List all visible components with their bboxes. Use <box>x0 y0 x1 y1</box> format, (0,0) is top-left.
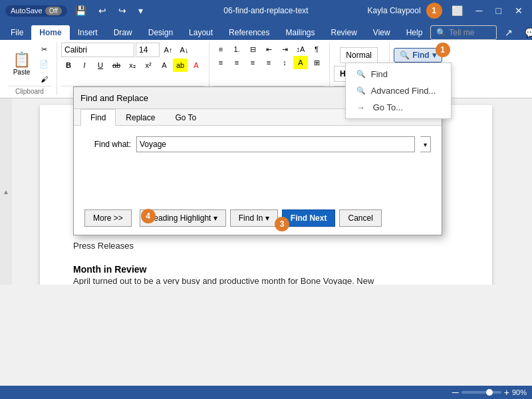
cancel-button[interactable]: Cancel <box>339 209 381 227</box>
tab-mailings[interactable]: Mailings <box>277 25 323 40</box>
paste-label: Paste <box>13 68 31 76</box>
font-size-input[interactable] <box>136 43 160 57</box>
paste-button[interactable]: 📋 Paste <box>8 50 35 78</box>
justify-btn[interactable]: ≡ <box>261 56 276 69</box>
tab-layout[interactable]: Layout <box>181 25 221 40</box>
tell-me-box[interactable]: 🔍 Tell me <box>430 25 497 40</box>
multilevel-button[interactable]: ⊟ <box>245 43 260 56</box>
para-row2: ≡ ≡ ≡ ≡ ↕ A ⊞ <box>213 56 324 69</box>
highlight-button[interactable]: ab <box>173 59 188 72</box>
strikethrough-button[interactable]: ab <box>109 59 124 72</box>
tab-help[interactable]: Help <box>398 25 431 40</box>
find-what-input[interactable] <box>136 136 415 152</box>
italic-button[interactable]: I <box>77 59 92 72</box>
tab-home[interactable]: Home <box>31 25 69 40</box>
numbering-button[interactable]: 1. <box>229 43 244 56</box>
zoom-slider[interactable] <box>462 391 501 394</box>
tab-file[interactable]: File <box>3 25 31 40</box>
para-row1: ≡ 1. ⊟ ⇤ ⇥ ↕A ¶ <box>213 43 324 56</box>
step-badge-3: 3 <box>275 217 289 231</box>
subscript-button[interactable]: x₂ <box>125 59 140 72</box>
more-button[interactable]: More >> <box>84 209 132 227</box>
find-menu-find-label: Find <box>371 69 388 79</box>
user-name: Kayla Claypool <box>368 6 421 15</box>
step-badge-4: 4 <box>141 209 156 223</box>
underline-button[interactable]: U <box>93 59 108 72</box>
clipboard-mini-buttons: ✂ 📄 🖌 <box>37 43 51 86</box>
ribbon-display-btn[interactable]: ⬜ <box>448 4 467 17</box>
find-next-button[interactable]: Find Next <box>282 209 336 227</box>
close-btn[interactable]: ✕ <box>511 4 527 17</box>
clipboard-group: 📋 Paste ✂ 📄 🖌 Clipboard <box>5 43 57 95</box>
redo-button[interactable]: ↪ <box>114 4 130 17</box>
bullets-button[interactable]: ≡ <box>213 43 228 56</box>
tab-review[interactable]: Review <box>323 25 365 40</box>
maximize-btn[interactable]: □ <box>492 4 505 17</box>
tab-insert[interactable]: Insert <box>70 25 106 40</box>
align-center-btn[interactable]: ≡ <box>229 56 244 69</box>
cut-button[interactable]: ✂ <box>37 43 51 57</box>
normal-style[interactable]: Normal <box>340 47 378 63</box>
dialog-tab-replace[interactable]: Replace <box>116 109 165 126</box>
superscript-button[interactable]: x² <box>141 59 156 72</box>
align-right-btn[interactable]: ≡ <box>245 56 260 69</box>
sort-button[interactable]: ↕A <box>293 43 308 56</box>
shading-btn[interactable]: A <box>293 56 308 69</box>
save-button[interactable]: 💾 <box>71 4 90 17</box>
find-menu-goto-label: Go To... <box>373 102 403 112</box>
find-menu-find[interactable]: 🔍 Find <box>346 66 451 82</box>
find-menu-advanced-label: Advanced Find... <box>371 86 436 96</box>
bold-button[interactable]: B <box>61 59 76 72</box>
find-what-row: Find what: ▾ <box>84 136 431 152</box>
tab-draw[interactable]: Draw <box>106 25 140 40</box>
increase-indent-btn[interactable]: ⇥ <box>277 43 292 56</box>
title-bar-left: AutoSave Off 💾 ↩ ↪ ▾ <box>5 4 147 17</box>
vertical-ruler: ▲ <box>0 98 12 285</box>
ribbon-tab-bar: File Home Insert Draw Design Layout Refe… <box>0 21 532 40</box>
zoom-in-icon[interactable]: + <box>504 387 509 398</box>
month-text: April turned out to be a very busy and p… <box>73 275 459 285</box>
undo-button[interactable]: ↩ <box>94 4 110 17</box>
font-color-button[interactable]: A <box>189 59 203 72</box>
show-para-btn[interactable]: ¶ <box>309 43 324 56</box>
find-in-button[interactable]: Find In ▾ <box>230 209 278 227</box>
dialog-body: Find what: ▾ 3 <box>74 126 442 209</box>
decrease-indent-btn[interactable]: ⇤ <box>261 43 276 56</box>
customize-btn[interactable]: ▾ <box>134 4 147 17</box>
status-bar: ─ + 90% <box>0 386 532 399</box>
find-menu-advanced[interactable]: 🔍 Advanced Find... <box>346 82 451 99</box>
dialog-tab-find[interactable]: Find <box>80 109 116 126</box>
increase-font-btn[interactable]: A↑ <box>161 43 176 57</box>
find-menu-find-icon: 🔍 <box>356 70 366 78</box>
borders-btn[interactable]: ⊞ <box>309 56 324 69</box>
text-effects-button[interactable]: A <box>157 59 172 72</box>
autosave-toggle[interactable]: AutoSave Off <box>5 5 67 17</box>
zoom-thumb <box>486 389 493 396</box>
align-left-btn[interactable]: ≡ <box>213 56 228 69</box>
dialog-footer: More >> 4 Reading Highlight ▾ Find In ▾ … <box>74 209 442 235</box>
tab-design[interactable]: Design <box>140 25 181 40</box>
comments-button[interactable]: 💬 <box>521 26 532 39</box>
zoom-out-icon[interactable]: ─ <box>452 387 459 398</box>
zoom-level: 90% <box>512 388 527 396</box>
tab-view[interactable]: View <box>365 25 398 40</box>
tell-me-placeholder: Tell me <box>449 28 474 37</box>
find-input-dropdown[interactable]: ▾ <box>420 136 431 152</box>
find-menu-goto[interactable]: → Go To... <box>346 99 451 116</box>
line-spacing-btn[interactable]: ↕ <box>277 56 292 69</box>
format-painter-button[interactable]: 🖌 <box>37 72 51 86</box>
editing-group: 🔍 Find ▾ 1 🔍 Find 🔍 Advanced Find... → G… <box>391 43 444 95</box>
find-label: Find <box>412 51 429 60</box>
dialog-tab-goto[interactable]: Go To <box>165 109 206 126</box>
user-avatar: 1 <box>426 3 442 19</box>
font-name-input[interactable] <box>61 43 134 57</box>
find-button[interactable]: 🔍 Find ▾ <box>394 48 442 63</box>
share-button[interactable]: ↗ <box>501 26 517 39</box>
decrease-font-btn[interactable]: A↓ <box>177 43 192 57</box>
tab-references[interactable]: References <box>221 25 277 40</box>
title-bar-right: Kayla Claypool 1 ⬜ ─ □ ✕ <box>368 3 527 19</box>
find-what-label: Find what: <box>84 140 131 149</box>
minimize-btn[interactable]: ─ <box>472 4 487 17</box>
copy-button[interactable]: 📄 <box>37 58 51 71</box>
autosave-label: AutoSave <box>11 7 43 15</box>
